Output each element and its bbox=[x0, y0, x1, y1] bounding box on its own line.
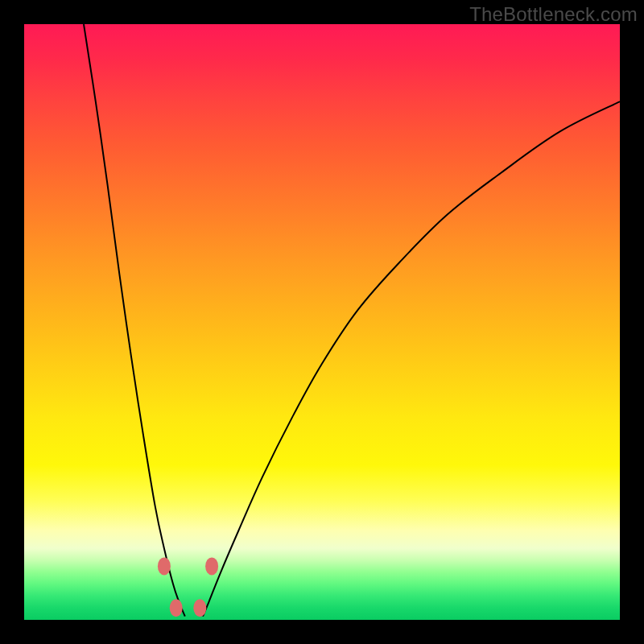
watermark-text: TheBottleneck.com bbox=[469, 3, 638, 26]
plot-area bbox=[24, 24, 620, 620]
curve-marker bbox=[193, 599, 206, 617]
chart-frame: TheBottleneck.com bbox=[0, 0, 644, 644]
curve-left-branch bbox=[84, 24, 185, 617]
curve-right-branch bbox=[203, 101, 620, 616]
curve-marker bbox=[205, 557, 218, 575]
curve-marker bbox=[158, 557, 171, 575]
marker-group bbox=[158, 557, 218, 617]
curve-marker bbox=[170, 599, 183, 617]
curve-svg bbox=[24, 24, 620, 620]
